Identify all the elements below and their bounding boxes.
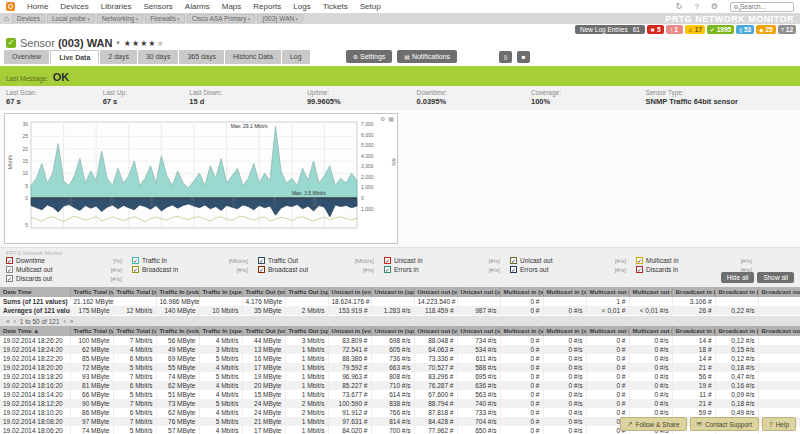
sensor-state-badge-c1[interactable]: !1 — [666, 25, 683, 34]
sensor-state-badge-c17[interactable]: ⚠17 — [685, 25, 705, 34]
checkbox-multicast-in[interactable]: ✓ — [636, 257, 643, 264]
column-header-traffic-out-volume[interactable]: Traffic Out (volume) — [242, 326, 285, 336]
nav-item-sensors[interactable]: Sensors — [143, 2, 172, 11]
hide-all-button[interactable]: Hide all — [721, 272, 755, 283]
breadcrumb-item-devices[interactable]: Devices — [12, 14, 45, 23]
column-header-multicast-out-speed[interactable]: Multicast out (speed) — [629, 326, 672, 336]
nav-item-devices[interactable]: Devices — [60, 2, 88, 11]
cell: 67.600 # — [414, 390, 457, 399]
show-all-button[interactable]: Show all — [757, 272, 794, 283]
footer-button-follow-share[interactable]: ↗Follow & Share — [620, 417, 687, 431]
new-log-entries-button[interactable]: New Log Entries 61 — [575, 25, 645, 34]
checkbox-discards-out[interactable]: ✓ — [6, 275, 13, 282]
breadcrumb-item-local-probe[interactable]: Local probe ▾ — [47, 14, 95, 23]
column-header-traffic-total-speed: Traffic Total (speed) — [113, 287, 156, 297]
column-header-multicast-in-speed[interactable]: Multicast in (speed) — [543, 326, 586, 336]
nav-item-setup[interactable]: Setup — [360, 2, 381, 11]
column-header-multicast-in-volume[interactable]: Multicast in (volume) — [500, 326, 543, 336]
breadcrumb-item-networking[interactable]: Networking ▾ — [97, 14, 143, 23]
sensor-state-badge-c25[interactable]: ◆25 — [756, 25, 775, 34]
checkbox-multicast-out[interactable]: ✓ — [6, 266, 13, 273]
sensor-state-badge-c12[interactable]: ?12 — [778, 25, 796, 34]
checkbox-unicast-in[interactable]: ✓ — [384, 257, 391, 264]
nav-item-logs[interactable]: Logs — [293, 2, 310, 11]
column-header-broadcast-in-volume[interactable]: Broadcast in (volume) — [672, 326, 715, 336]
column-header-unicast-in-speed[interactable]: Unicast in (speed) — [371, 326, 414, 336]
nav-item-tickets[interactable]: Tickets — [323, 2, 348, 11]
footer-button-contact-support[interactable]: ✉Contact Support — [690, 417, 759, 431]
legend-unit: [#/s] — [489, 258, 500, 264]
breadcrumb-item-003-wan[interactable]: (003) WAN ▾ — [257, 14, 303, 23]
column-header-traffic-total-volume[interactable]: Traffic Total (volume) — [70, 326, 113, 336]
chart-grid-icon[interactable]: ▦ — [388, 115, 394, 122]
column-header-traffic-out-speed[interactable]: Traffic Out (speed) — [285, 326, 328, 336]
next-page-button[interactable]: › — [64, 318, 66, 325]
pause-button[interactable]: || — [499, 51, 512, 63]
refresh-icon[interactable]: ↻ — [676, 2, 683, 11]
breadcrumb-item-firewalls[interactable]: Firewalls ▾ — [145, 14, 185, 23]
status-value: 99.9605% — [307, 97, 411, 106]
stop-button[interactable]: ■ — [517, 51, 530, 63]
cell: 605 #/s — [371, 345, 414, 354]
checkbox-errors-out[interactable]: ✓ — [510, 266, 517, 273]
tab-overview[interactable]: Overview — [4, 50, 49, 64]
nav-item-libraries[interactable]: Libraries — [101, 2, 132, 11]
column-header-unicast-in-volume[interactable]: Unicast in (volume) — [328, 326, 371, 336]
cell: 0 # — [500, 345, 543, 354]
tab-365-days[interactable]: 365 days — [179, 50, 223, 64]
settings-button[interactable]: ⚙ Settings — [346, 50, 393, 63]
notifications-button[interactable]: ▤ Notifications — [397, 50, 457, 63]
first-page-button[interactable]: « — [6, 318, 10, 325]
tab-30-days[interactable]: 30 days — [138, 50, 179, 64]
checkbox-errors-in[interactable]: ✓ — [384, 266, 391, 273]
nav-item-home[interactable]: Home — [27, 2, 48, 11]
checkbox-discards-in[interactable]: ✓ — [636, 266, 643, 273]
chart-gear-icon[interactable]: ⚙ — [380, 115, 385, 122]
column-header-unicast-in-volume: Unicast in (volume) — [328, 287, 371, 297]
legend-label: Downtime — [16, 257, 45, 264]
column-header-traffic-in-speed[interactable]: Traffic In (speed) — [199, 326, 242, 336]
cell — [758, 381, 800, 390]
search-input[interactable] — [740, 3, 790, 10]
cell: 74 MByte — [156, 372, 199, 381]
priority-stars[interactable]: ★★★★★ — [124, 39, 165, 48]
search-box[interactable] — [730, 2, 794, 12]
checkbox-traffic-out[interactable]: ✓ — [258, 257, 265, 264]
home-icon[interactable]: ⌂ — [4, 14, 9, 23]
breadcrumb-item-cisco-asa-primary[interactable]: Cisco ASA Primary ▾ — [187, 14, 255, 23]
nav-item-reports[interactable]: Reports — [253, 2, 281, 11]
column-header-broadcast-in-speed[interactable]: Broadcast in (speed) — [715, 326, 758, 336]
column-header-traffic-total-speed[interactable]: Traffic Total (speed) — [113, 326, 156, 336]
legend-row: ✓Multicast out[#/s]✓Broadcast in[#/s]✓Br… — [6, 265, 794, 274]
checkbox-traffic-in[interactable]: ✓ — [132, 257, 139, 264]
footer-button-help[interactable]: ?Help — [762, 417, 796, 431]
column-header-multicast-out-volume[interactable]: Multicast out (volume) — [586, 326, 629, 336]
column-header-broadcast-out-volume[interactable]: Broadcast out (volume) — [758, 326, 800, 336]
checkbox-broadcast-out[interactable]: ✓ — [258, 266, 265, 273]
column-header-unicast-out-speed[interactable]: Unicast out (speed) — [457, 326, 500, 336]
tab-live-data[interactable]: Live Data — [50, 50, 99, 64]
chevron-down-icon[interactable]: ▾ — [116, 39, 120, 47]
checkbox-downtime[interactable]: ✓ — [6, 257, 13, 264]
tab-historic-data[interactable]: Historic Data — [225, 50, 281, 64]
help-icon[interactable]: ? — [694, 2, 698, 11]
column-header-unicast-out-volume[interactable]: Unicast out (volume) — [414, 326, 457, 336]
legend-unit: [#/s] — [111, 276, 122, 282]
live-graph-panel: ⚙ ▦ 30252015105057,0006,0005,0004,0003,0… — [4, 113, 398, 244]
column-header-traffic-in-volume[interactable]: Traffic In (volume) — [156, 326, 199, 336]
sensor-state-badge-c53[interactable]: ||53 — [736, 25, 754, 34]
nav-item-alarms[interactable]: Alarms — [185, 2, 210, 11]
sensor-state-badge-c5[interactable]: ✖5 — [647, 25, 664, 34]
nav-item-maps[interactable]: Maps — [222, 2, 242, 11]
column-header-date-time[interactable]: Date Time ▲ — [0, 326, 70, 336]
cell: 614 #/s — [371, 390, 414, 399]
gear-icon[interactable]: ⚙ — [711, 2, 718, 11]
sensor-state-badge-c1995[interactable]: ✔1995 — [707, 25, 734, 34]
last-page-button[interactable]: » — [70, 318, 74, 325]
tab-2-days[interactable]: 2 days — [100, 50, 137, 64]
prev-page-button[interactable]: ‹ — [14, 318, 16, 325]
legend-item-broadcast-out: ✓Broadcast out[#/s] — [258, 266, 384, 273]
checkbox-unicast-out[interactable]: ✓ — [510, 257, 517, 264]
checkbox-broadcast-in[interactable]: ✓ — [132, 266, 139, 273]
tab-log[interactable]: Log — [282, 50, 310, 64]
